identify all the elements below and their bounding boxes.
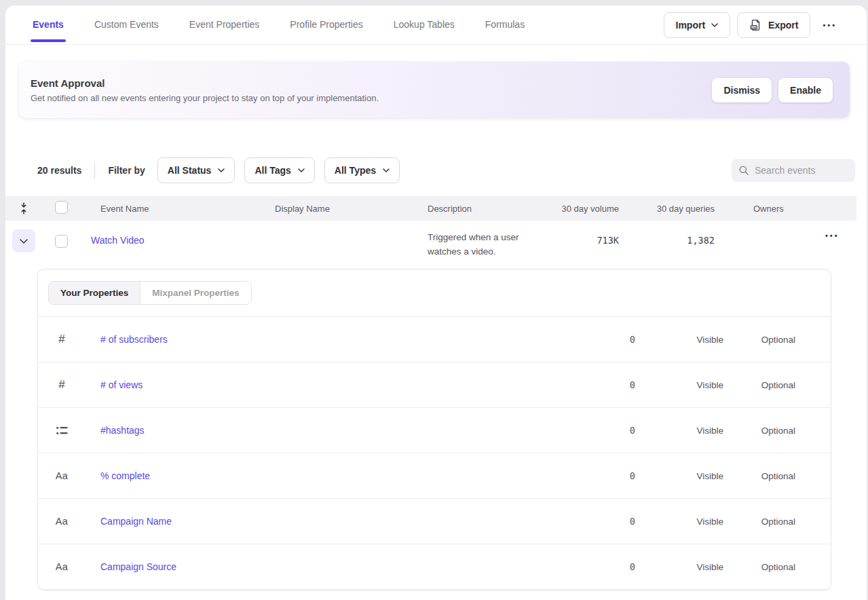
property-requirement: Optional [751, 517, 831, 527]
event-30-day-volume: 713K [535, 235, 619, 246]
tab-lookup-tables[interactable]: Lookup Tables [394, 5, 455, 44]
properties-tab-group: Your Properties Mixpanel Properties [48, 281, 252, 305]
results-count: 20 results [37, 165, 81, 176]
lexicon-window: Events Custom Events Event Properties Pr… [5, 5, 867, 600]
chevron-down-icon [383, 168, 390, 172]
tab-mixpanel-properties[interactable]: Mixpanel Properties [140, 282, 250, 304]
filter-by-label: Filter by [108, 165, 145, 176]
property-row: # # of views 0 Visible Optional [38, 362, 831, 408]
property-visibility: Visible [635, 562, 751, 572]
chevron-down-icon [298, 168, 305, 172]
column-30-day-volume: 30 day volume [535, 204, 624, 214]
enable-button[interactable]: Enable [778, 78, 833, 102]
property-volume: 0 [554, 425, 635, 436]
event-30-day-queries: 1,382 [624, 235, 715, 246]
text-type-icon: Aa [38, 470, 86, 481]
panel-header: Your Properties Mixpanel Properties [38, 269, 831, 317]
list-type-icon [38, 426, 86, 435]
export-button-label: Export [768, 20, 798, 31]
tab-formulas[interactable]: Formulas [485, 5, 525, 44]
property-requirement: Optional [751, 380, 831, 390]
property-row: Aa Campaign Name 0 Visible Optional [38, 499, 831, 544]
number-type-icon: # [38, 378, 86, 392]
search-icon [738, 165, 749, 176]
types-filter-dropdown[interactable]: All Types [324, 157, 400, 183]
select-all-checkbox[interactable] [55, 201, 68, 214]
chevron-down-icon [711, 23, 718, 27]
tab-custom-events[interactable]: Custom Events [94, 5, 159, 44]
status-filter-label: All Status [168, 165, 212, 176]
event-description: Triggered when a user watches a video. [428, 230, 535, 259]
property-row: #hashtags 0 Visible Optional [38, 408, 831, 453]
property-volume: 0 [554, 470, 635, 481]
property-visibility: Visible [635, 335, 751, 345]
tab-your-properties[interactable]: Your Properties [49, 282, 140, 304]
top-navbar: Events Custom Events Event Properties Pr… [5, 5, 867, 45]
property-requirement: Optional [751, 562, 831, 572]
collapse-row-button[interactable] [12, 229, 35, 252]
property-name-link[interactable]: # of subscribers [86, 334, 554, 345]
status-filter-dropdown[interactable]: All Status [157, 157, 235, 183]
property-name-link[interactable]: #hashtags [86, 425, 554, 436]
property-visibility: Visible [635, 426, 751, 436]
collapse-all-button[interactable] [5, 202, 42, 214]
banner-actions: Dismiss Enable [712, 78, 833, 102]
row-more-button[interactable]: ••• [821, 231, 845, 240]
property-requirement: Optional [751, 426, 831, 436]
banner-description: Get notified on all new events entering … [31, 93, 379, 103]
dismiss-button[interactable]: Dismiss [712, 78, 772, 102]
tags-filter-label: All Tags [254, 165, 290, 176]
tab-event-properties[interactable]: Event Properties [189, 5, 260, 44]
property-row: Aa Campaign Source 0 Visible Optional [38, 544, 831, 590]
event-approval-banner: Event Approval Get notified on all new e… [19, 62, 850, 118]
property-volume: 0 [554, 516, 635, 527]
property-volume: 0 [554, 334, 635, 345]
divider [94, 162, 95, 179]
property-row: # # of subscribers 0 Visible Optional [38, 317, 831, 362]
nav-tabs: Events Custom Events Event Properties Pr… [33, 5, 525, 44]
svg-text:csv: csv [751, 25, 757, 29]
property-visibility: Visible [635, 471, 751, 481]
property-requirement: Optional [751, 471, 831, 481]
column-30-day-queries: 30 day queries [624, 204, 719, 214]
column-display-name: Display Name [265, 204, 418, 214]
banner-title: Event Approval [31, 77, 379, 89]
text-type-icon: Aa [38, 516, 86, 527]
tab-profile-properties[interactable]: Profile Properties [290, 5, 362, 44]
filter-row: 20 results Filter by All Status All Tags… [5, 157, 867, 183]
tags-filter-dropdown[interactable]: All Tags [244, 157, 314, 183]
nav-more-button[interactable]: ••• [817, 21, 842, 29]
property-name-link[interactable]: Campaign Name [86, 516, 554, 527]
property-row: Aa % complete 0 Visible Optional [38, 453, 831, 499]
property-requirement: Optional [751, 335, 831, 345]
nav-actions: Import csv Export ••• [664, 12, 842, 38]
column-owners: Owners [719, 204, 821, 214]
property-name-link[interactable]: % complete [86, 470, 554, 481]
number-type-icon: # [38, 333, 86, 346]
event-properties-panel: Your Properties Mixpanel Properties # # … [37, 269, 831, 590]
chevron-down-icon [218, 168, 225, 172]
events-table-header: Event Name Display Name Description 30 d… [5, 196, 856, 221]
property-visibility: Visible [635, 517, 751, 527]
csv-file-icon: csv [749, 18, 762, 32]
banner-text: Event Approval Get notified on all new e… [31, 77, 379, 103]
property-visibility: Visible [635, 380, 751, 390]
types-filter-label: All Types [335, 165, 376, 176]
text-type-icon: Aa [38, 561, 86, 572]
search-input[interactable] [755, 165, 848, 176]
property-name-link[interactable]: # of views [86, 379, 554, 390]
property-volume: 0 [554, 561, 635, 572]
property-volume: 0 [554, 379, 635, 390]
collapse-vertical-icon [19, 202, 29, 214]
row-checkbox[interactable] [55, 235, 68, 248]
event-row-watch-video: Watch Video Triggered when a user watche… [5, 221, 856, 259]
event-name-link[interactable]: Watch Video [91, 235, 265, 246]
search-box [732, 159, 855, 182]
tab-events[interactable]: Events [33, 5, 64, 44]
column-event-name: Event Name [91, 204, 265, 214]
export-button[interactable]: csv Export [737, 12, 810, 38]
import-button-label: Import [676, 20, 706, 31]
import-button[interactable]: Import [664, 12, 731, 38]
chevron-down-icon [20, 239, 28, 244]
property-name-link[interactable]: Campaign Source [86, 561, 554, 572]
